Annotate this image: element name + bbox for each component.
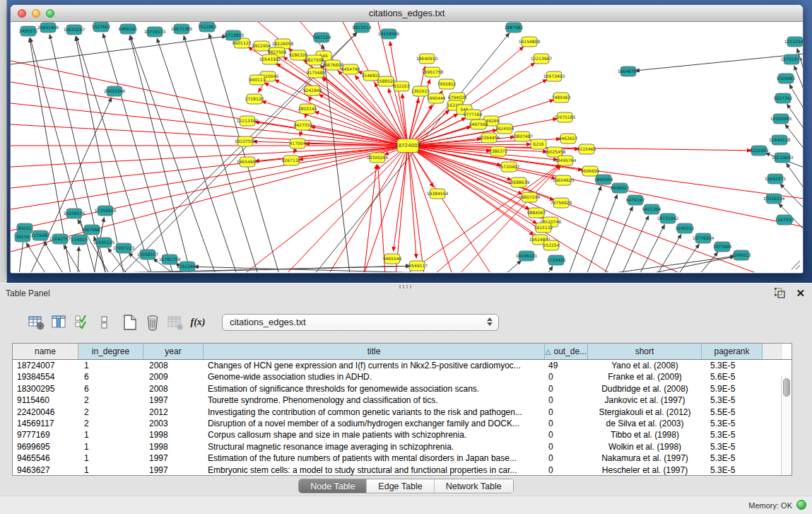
graph-node-yellow[interactable]: 9242848 bbox=[303, 86, 322, 95]
graph-node-teal[interactable]: 7957224 bbox=[312, 33, 331, 42]
graph-node-yellow[interactable]: 18724007 bbox=[395, 139, 420, 153]
graph-edge[interactable] bbox=[794, 66, 803, 90]
graph-node-yellow[interactable]: 20364456 bbox=[478, 133, 500, 143]
table-cell[interactable]: 22420046 bbox=[13, 407, 78, 418]
table-cell[interactable]: 2003 bbox=[143, 418, 204, 429]
column-header-name[interactable]: name bbox=[13, 344, 78, 359]
vertical-scrollbar[interactable] bbox=[781, 376, 792, 475]
graph-edge[interactable] bbox=[548, 267, 553, 272]
close-panel-icon[interactable]: ✕ bbox=[796, 288, 805, 298]
graph-node-yellow[interactable]: 6216 bbox=[531, 139, 546, 149]
graph-node-teal[interactable]: 17016534 bbox=[763, 194, 785, 204]
table-cell[interactable]: Tourette syndrome. Phenomenology and cla… bbox=[204, 395, 545, 406]
graph-edge[interactable] bbox=[78, 247, 79, 272]
table-cell[interactable]: 0 bbox=[545, 371, 588, 382]
graph-edge[interactable] bbox=[275, 80, 408, 146]
graph-node-teal[interactable]: 1115682 bbox=[31, 230, 50, 240]
graph-node-teal[interactable]: 1733426 bbox=[547, 255, 566, 265]
graph-node-yellow[interactable]: 1588520 bbox=[377, 76, 396, 86]
column-header-short[interactable]: short bbox=[588, 344, 702, 359]
column-header-title[interactable]: title bbox=[204, 344, 545, 359]
graph-edge[interactable] bbox=[787, 163, 803, 189]
new-file-icon[interactable] bbox=[120, 313, 140, 332]
network-graph[interactable]: 1872400786011238912954182260589827509818… bbox=[11, 22, 803, 272]
table-cell[interactable]: Nakamura et al. (1997) bbox=[588, 452, 702, 464]
graph-node-teal[interactable]: 20206576 bbox=[64, 209, 86, 218]
table-row[interactable]: 1830029562008Estimation of significance … bbox=[13, 383, 792, 395]
graph-node-teal[interactable]: 10653257 bbox=[64, 25, 86, 35]
table-cell[interactable]: Corpus callosum shape and size in male p… bbox=[204, 429, 545, 440]
graph-node-teal[interactable]: 1077600 bbox=[713, 242, 732, 252]
table-cell[interactable]: Estimation of significance thresholds fo… bbox=[204, 383, 545, 395]
table-row[interactable]: 2242004622012Investigating the contribut… bbox=[13, 407, 792, 418]
graph-node-yellow[interactable]: 9884067 bbox=[527, 208, 546, 218]
table-cell[interactable]: 1997 bbox=[143, 465, 204, 475]
table-row[interactable]: 946554611997Estimation of the future num… bbox=[13, 452, 792, 464]
graph-node-yellow[interactable]: 14569117 bbox=[406, 261, 428, 271]
graph-node-yellow[interactable]: 18107554 bbox=[235, 136, 257, 146]
graph-node-yellow[interactable]: 9777169 bbox=[464, 110, 483, 119]
graph-node-teal[interactable]: 9245012 bbox=[676, 223, 695, 233]
graph-node-yellow[interactable]: 12213393 bbox=[237, 116, 259, 126]
graph-edge[interactable] bbox=[396, 146, 408, 272]
graph-node-teal[interactable]: 8813014 bbox=[353, 23, 372, 33]
table-cell[interactable]: 2009 bbox=[143, 371, 204, 382]
graph-node-teal[interactable]: 8938923 bbox=[611, 183, 630, 193]
graph-node-yellow[interactable]: 9175685 bbox=[307, 68, 326, 78]
graph-edge[interactable] bbox=[130, 35, 216, 272]
graph-node-yellow[interactable]: 2718120 bbox=[245, 94, 264, 104]
graph-node-teal[interactable]: 16648784 bbox=[618, 66, 640, 76]
graph-node-teal[interactable]: 39154 bbox=[15, 232, 30, 242]
table-cell[interactable]: Investigating the contribution of common… bbox=[204, 407, 545, 418]
graph-node-yellow[interactable]: 9465546 bbox=[383, 254, 402, 264]
graph-edge[interactable] bbox=[635, 54, 803, 71]
graph-node-teal[interactable]: 15692971 bbox=[765, 174, 787, 184]
tab-network-table[interactable]: Network Table bbox=[435, 479, 513, 493]
graph-node-teal[interactable]: 12444118 bbox=[769, 135, 791, 145]
table-cell[interactable]: 1 bbox=[78, 452, 143, 464]
graph-edge[interactable] bbox=[44, 242, 64, 272]
column-header-out_de[interactable]: △out_de... bbox=[545, 344, 588, 359]
graph-edge[interactable] bbox=[11, 36, 226, 64]
scrollbar-thumb[interactable] bbox=[783, 378, 790, 397]
table-cell[interactable]: Genome-wide association studies in ADHD. bbox=[204, 371, 545, 382]
table-cell[interactable]: Changes of HCN gene expression and I(f) … bbox=[204, 360, 545, 371]
table-cell[interactable]: 9115460 bbox=[13, 395, 78, 406]
graph-node-teal[interactable]: 10975887 bbox=[81, 225, 103, 235]
table-cell[interactable]: 5.9E-5 bbox=[702, 383, 763, 395]
table-cell[interactable]: 9699695 bbox=[13, 441, 78, 452]
graph-node-teal[interactable]: 1527602 bbox=[92, 22, 111, 32]
graph-node-teal[interactable]: 10776004 bbox=[693, 233, 714, 243]
graph-node-teal[interactable]: 15751074 bbox=[781, 54, 803, 64]
graph-node-teal[interactable]: 2405572 bbox=[19, 26, 38, 36]
graph-node-yellow[interactable]: 10543392 bbox=[259, 54, 281, 64]
graph-edge[interactable] bbox=[244, 146, 408, 272]
table-cell[interactable]: de Silva et al. (2003) bbox=[588, 418, 702, 429]
table-row[interactable]: 1456911722003Disruption of a novel membe… bbox=[13, 418, 792, 429]
show-columns-icon[interactable] bbox=[49, 313, 69, 332]
table-cell[interactable]: 1 bbox=[78, 441, 143, 452]
graph-node-yellow[interactable]: 1615132 bbox=[534, 223, 553, 233]
graph-edge[interactable] bbox=[390, 42, 408, 146]
table-cell[interactable]: Stergiakouli et al. (2012) bbox=[588, 407, 702, 418]
graph-edge[interactable] bbox=[129, 36, 191, 272]
graph-node-yellow[interactable]: 18640910 bbox=[416, 54, 438, 64]
table-cell[interactable]: 1998 bbox=[143, 441, 204, 452]
graph-node-teal[interactable]: 17957223 bbox=[113, 243, 135, 253]
resize-grip-icon[interactable] bbox=[789, 258, 801, 271]
table-cell[interactable]: 2012 bbox=[143, 407, 204, 418]
table-cell[interactable]: 19384554 bbox=[13, 371, 78, 382]
table-cell[interactable]: 5.3E-5 bbox=[702, 465, 763, 475]
graph-node-teal[interactable]: 12042757 bbox=[49, 234, 71, 244]
graph-node-yellow[interactable]: 252254 bbox=[543, 240, 560, 250]
table-cell[interactable]: 2008 bbox=[143, 383, 204, 395]
graph-node-yellow[interactable]: 832203 bbox=[394, 81, 410, 91]
graph-node-teal[interactable]: 10958107 bbox=[137, 250, 159, 259]
graph-edge[interactable] bbox=[329, 146, 408, 272]
graph-node-yellow[interactable]: 7386372 bbox=[489, 146, 508, 156]
graph-node-yellow[interactable]: 18300295 bbox=[367, 153, 389, 163]
table-cell[interactable]: Estimation of the future numbers of pati… bbox=[204, 452, 545, 464]
tab-edge-table[interactable]: Edge Table bbox=[367, 479, 434, 493]
graph-edge[interactable] bbox=[505, 261, 521, 272]
table-cell[interactable]: Tibbo et al. (1998) bbox=[588, 429, 702, 440]
